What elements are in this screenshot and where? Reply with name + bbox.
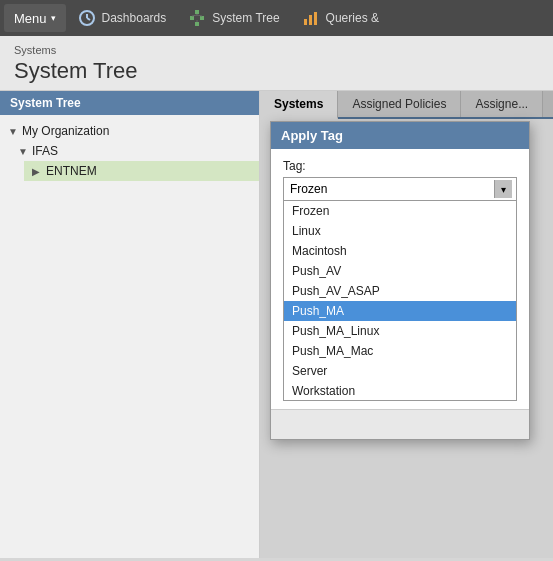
tag-selected-value: Frozen	[290, 182, 327, 196]
dropdown-item-workstation[interactable]: Workstation	[284, 381, 516, 401]
tag-label: Tag:	[283, 159, 517, 173]
tag-dropdown-list: Frozen Linux Macintosh Push_AV Push_AV_A…	[283, 201, 517, 401]
tree-item-ifas[interactable]: ▼ IFAS	[10, 141, 259, 161]
nav-system-tree[interactable]: System Tree	[178, 4, 289, 32]
tree-label-entnem: ENTNEM	[46, 164, 97, 178]
dropdown-item-push-av[interactable]: Push_AV	[284, 261, 516, 281]
tree-arrow-entnem: ▶	[32, 166, 46, 177]
dropdown-item-server[interactable]: Server	[284, 361, 516, 381]
page-header: Systems System Tree	[0, 36, 553, 91]
tree-item-my-org[interactable]: ▼ My Organization	[0, 121, 259, 141]
tree-label-my-org: My Organization	[22, 124, 109, 138]
tree-item-entnem[interactable]: ▶ ENTNEM	[24, 161, 259, 181]
sidebar: System Tree ▼ My Organization ▼ IFAS ▶ E…	[0, 91, 260, 558]
svg-line-9	[197, 15, 202, 16]
page-title: System Tree	[14, 58, 539, 84]
top-navigation: Menu ▾ Dashboards System Tree	[0, 0, 553, 36]
svg-rect-6	[195, 22, 199, 26]
svg-rect-12	[309, 15, 312, 25]
tree-arrow-my-org: ▼	[8, 126, 22, 137]
content-area: Systems Assigned Policies Assigne... App…	[260, 91, 553, 558]
dropdown-item-push-ma-mac[interactable]: Push_MA_Mac	[284, 341, 516, 361]
main-layout: System Tree ▼ My Organization ▼ IFAS ▶ E…	[0, 91, 553, 558]
dropdown-arrow-button[interactable]: ▾	[494, 180, 512, 198]
menu-chevron: ▾	[51, 13, 56, 23]
dropdown-item-push-ma-linux[interactable]: Push_MA_Linux	[284, 321, 516, 341]
svg-line-2	[87, 18, 90, 20]
svg-rect-3	[195, 10, 199, 14]
svg-rect-5	[200, 16, 204, 20]
dropdown-item-linux[interactable]: Linux	[284, 221, 516, 241]
dialog-body: Tag: Frozen ▾ Frozen Linux Macintosh Pus…	[271, 149, 529, 409]
svg-rect-13	[314, 12, 317, 25]
apply-tag-dialog: Apply Tag Tag: Frozen ▾ Frozen Linux Mac…	[270, 121, 530, 440]
tree-arrow-ifas: ▼	[18, 146, 32, 157]
dropdown-item-push-av-asap[interactable]: Push_AV_ASAP	[284, 281, 516, 301]
dropdown-item-macintosh[interactable]: Macintosh	[284, 241, 516, 261]
dialog-footer	[271, 409, 529, 439]
breadcrumb: Systems	[14, 44, 539, 56]
tag-select-wrapper: Frozen ▾ Frozen Linux Macintosh Push_AV …	[283, 177, 517, 401]
nav-dashboards[interactable]: Dashboards	[68, 4, 177, 32]
svg-rect-11	[304, 19, 307, 25]
tree-area: ▼ My Organization ▼ IFAS ▶ ENTNEM	[0, 115, 259, 187]
sidebar-header: System Tree	[0, 91, 259, 115]
tree-label-ifas: IFAS	[32, 144, 58, 158]
dropdown-item-push-ma[interactable]: Push_MA	[284, 301, 516, 321]
nav-queries[interactable]: Queries &	[292, 4, 389, 32]
menu-label: Menu	[14, 11, 47, 26]
svg-rect-4	[190, 16, 194, 20]
nav-queries-label: Queries &	[326, 11, 379, 25]
menu-button[interactable]: Menu ▾	[4, 4, 66, 32]
dialog-title: Apply Tag	[271, 122, 529, 149]
nav-system-tree-label: System Tree	[212, 11, 279, 25]
dialog-overlay: Apply Tag Tag: Frozen ▾ Frozen Linux Mac…	[260, 91, 553, 558]
tree-icon	[188, 9, 206, 27]
clock-icon	[78, 9, 96, 27]
tag-select-display[interactable]: Frozen ▾	[283, 177, 517, 201]
nav-dashboards-label: Dashboards	[102, 11, 167, 25]
svg-line-8	[192, 15, 197, 16]
dropdown-item-frozen[interactable]: Frozen	[284, 201, 516, 221]
queries-icon	[302, 9, 320, 27]
